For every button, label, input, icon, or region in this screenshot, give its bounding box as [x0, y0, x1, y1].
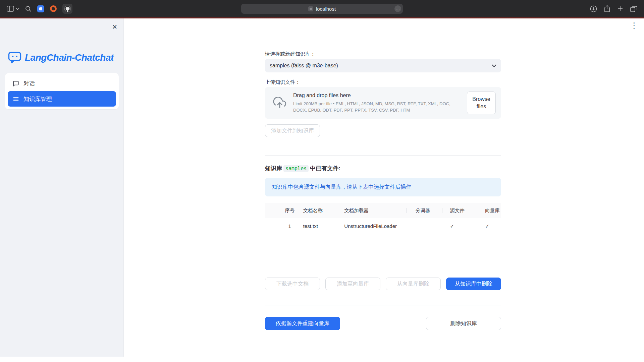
table-row[interactable]: 1 test.txt UnstructuredFileLoader ✓ ✓	[265, 218, 501, 234]
dropzone-limit-text: Limit 200MB per file • EML, HTML, JSON, …	[293, 101, 460, 114]
kb-files-table: 序号 文档名称 文档加载器 分词器 源文件 向量库 1 test.txt Uns…	[265, 203, 501, 269]
select-chevron-icon	[492, 64, 496, 67]
sidebar-item-kb-management[interactable]: 知识库管理	[8, 91, 116, 107]
table-header-row: 序号 文档名称 文档加载器 分词器 源文件 向量库	[265, 203, 501, 218]
chevron-down-icon	[16, 8, 19, 10]
kb-bottom-buttons: 依据源文件重建向量库 删除知识库	[265, 317, 501, 330]
address-bar[interactable]: localhost ⋯	[241, 4, 403, 14]
col-header-loader: 文档加载器	[341, 203, 406, 218]
tab-overview-icon[interactable]	[630, 6, 637, 12]
page-options-icon[interactable]: ⋯	[394, 5, 401, 12]
main-area: ⋮ 请选择或新建知识库： samples (faiss @ m3e-base) …	[124, 18, 644, 362]
app-logo: LangChain-Chatchat	[8, 51, 114, 64]
delete-from-kb-button[interactable]: 从知识库中删除	[446, 278, 501, 290]
sidebar-item-label: 知识库管理	[23, 95, 52, 103]
logo-text: LangChain-Chatchat	[25, 52, 114, 63]
cell-splitter[interactable]	[407, 218, 442, 234]
url-text: localhost	[316, 6, 336, 12]
github-tab-icon[interactable]	[62, 4, 72, 14]
upload-section-label: 上传知识文件：	[265, 79, 501, 85]
info-text: 知识库中包含源文件与向量库，请从下表中选择文件后操作	[272, 184, 411, 191]
browser-toolbar: localhost ⋯	[0, 0, 644, 17]
delete-kb-button[interactable]: 删除知识库	[426, 317, 501, 330]
download-selected-button[interactable]: 下载选中文档	[265, 278, 320, 290]
cell-source-check[interactable]: ✓	[442, 218, 478, 234]
dropzone-title: Drag and drop files here	[293, 93, 460, 99]
divider	[265, 155, 501, 156]
downloads-icon[interactable]	[590, 5, 597, 12]
app-sidebar: ✕ LangChain-Chatchat 对话	[0, 18, 124, 357]
browse-files-button[interactable]: Browse files	[467, 92, 496, 114]
heading-suffix: 中已有文件:	[310, 165, 340, 172]
sidebar-toggle-button[interactable]	[7, 6, 19, 12]
site-favicon	[308, 6, 313, 11]
cell-index[interactable]: 1	[281, 218, 299, 234]
file-action-buttons: 下载选中文档 添加至向量库 从向量库删除 从知识库中删除	[265, 278, 501, 290]
upload-cloud-icon	[273, 97, 286, 109]
sidebar-menu: 对话 知识库管理	[5, 73, 119, 109]
browser-window: localhost ⋯	[0, 0, 644, 362]
logo-chat-bubble-icon	[8, 51, 21, 64]
add-to-vector-store-button[interactable]: 添加至向量库	[325, 278, 380, 290]
app-menu-button[interactable]: ⋮	[630, 21, 638, 31]
dropzone-text: Drag and drop files here Limit 200MB per…	[293, 93, 460, 114]
cell-vector-check[interactable]: ✓	[478, 218, 501, 234]
page-content: 请选择或新建知识库： samples (faiss @ m3e-base) 上传…	[265, 18, 501, 357]
kb-selected-value: samples (faiss @ m3e-base)	[270, 63, 492, 69]
row-marker-header	[265, 203, 281, 218]
rebuild-vector-store-button[interactable]: 依据源文件重建向量库	[265, 317, 340, 330]
pinned-tab-orange-icon[interactable]	[50, 5, 57, 12]
new-tab-icon[interactable]	[617, 6, 623, 12]
cell-loader[interactable]: UnstructuredFileLoader	[341, 218, 406, 234]
sidebar-close-button[interactable]: ✕	[110, 22, 119, 31]
chat-bubble-icon	[13, 80, 19, 87]
file-dropzone[interactable]: Drag and drop files here Limit 200MB per…	[265, 87, 501, 119]
info-alert: 知识库中包含源文件与向量库，请从下表中选择文件后操作	[265, 178, 501, 196]
kb-name-code: samples	[283, 165, 309, 172]
list-icon	[13, 96, 19, 102]
sidebar-bottom-strip	[0, 357, 124, 362]
col-header-index: 序号	[281, 203, 299, 218]
sidebar-item-label: 对话	[23, 80, 35, 87]
col-header-vector: 向量库	[478, 203, 501, 218]
row-marker-cell[interactable]	[265, 218, 281, 234]
share-icon[interactable]	[604, 5, 610, 12]
delete-from-vector-store-button[interactable]: 从向量库删除	[386, 278, 441, 290]
divider	[265, 305, 501, 305]
heading-prefix: 知识库	[265, 165, 282, 172]
cell-name[interactable]: test.txt	[299, 218, 341, 234]
kb-select-label: 请选择或新建知识库：	[265, 51, 501, 57]
add-files-to-kb-button[interactable]: 添加文件到知识库	[265, 124, 320, 137]
col-header-source: 源文件	[442, 203, 478, 218]
sidebar-item-dialogue[interactable]: 对话	[8, 76, 116, 91]
kb-select-dropdown[interactable]: samples (faiss @ m3e-base)	[265, 59, 501, 72]
sidebar-panel-icon	[7, 6, 14, 12]
kb-files-heading: 知识库 samples 中已有文件:	[265, 165, 501, 172]
col-header-name: 文档名称	[299, 203, 341, 218]
search-icon[interactable]	[25, 6, 32, 12]
pinned-tab-blue-icon[interactable]	[37, 5, 44, 12]
col-header-splitter: 分词器	[407, 203, 442, 218]
